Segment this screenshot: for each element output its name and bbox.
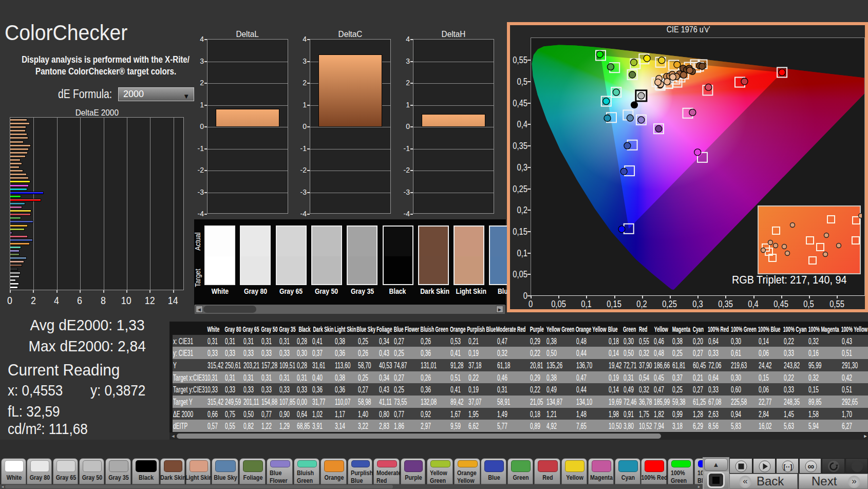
svg-text:[··]: [··]: [783, 463, 792, 471]
svg-text:∞: ∞: [808, 461, 815, 472]
